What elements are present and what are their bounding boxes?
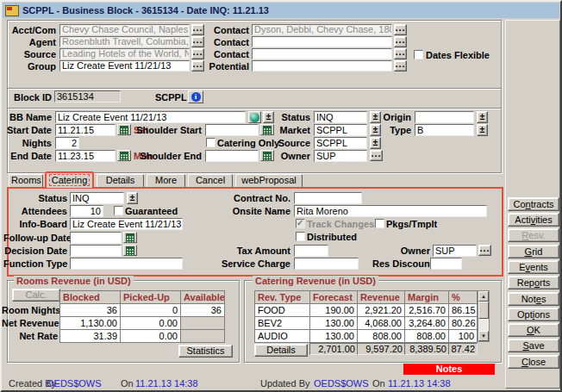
origin-dropdown-button[interactable]: ± bbox=[477, 111, 488, 123]
events-button[interactable]: Events bbox=[508, 260, 559, 274]
followup-date-calendar-button[interactable] bbox=[123, 232, 137, 243]
potential-field[interactable] bbox=[252, 60, 392, 72]
contracts-button[interactable]: Contracts bbox=[508, 197, 559, 211]
followup-date-label: Follow-up Date bbox=[3, 232, 67, 244]
bb-name-field[interactable]: Liz Create Event 11/21/13 bbox=[55, 111, 246, 123]
scroll-up-button[interactable]: ▲ bbox=[478, 291, 489, 302]
contact-3-field[interactable] bbox=[252, 48, 392, 59]
created-by-value: OEDS$OWS bbox=[47, 378, 102, 389]
distributed-checkbox[interactable] bbox=[296, 232, 305, 241]
info-board-field[interactable]: Liz Create Event 11/21/13 bbox=[70, 218, 183, 230]
table-cell: 190.00 bbox=[310, 304, 358, 317]
dropdown-icon: ± bbox=[480, 125, 485, 134]
updated-by-value: OEDS$OWS bbox=[314, 378, 369, 389]
catering-only-checkbox[interactable] bbox=[206, 138, 215, 147]
created-on-value: 11.21.13 14:38 bbox=[135, 378, 198, 389]
table-cell: 36 bbox=[181, 304, 225, 317]
reports-button[interactable]: Reports bbox=[508, 276, 559, 289]
resv-button: Resv. bbox=[508, 228, 559, 242]
table-cell: AUDIO bbox=[255, 330, 310, 343]
catering-status-dropdown-button[interactable]: ± bbox=[127, 192, 138, 204]
nights-field[interactable]: 2 bbox=[55, 137, 79, 149]
followup-date-field[interactable] bbox=[70, 232, 122, 244]
origin-field[interactable] bbox=[415, 111, 474, 123]
table-cell: 808.00 bbox=[358, 330, 405, 343]
onsite-name-field[interactable]: Rita Moreno bbox=[294, 205, 487, 217]
type-dropdown-button[interactable]: ± bbox=[477, 124, 488, 136]
contract-no-field[interactable] bbox=[294, 192, 362, 204]
ok-button[interactable]: OK bbox=[508, 323, 559, 337]
globe-icon bbox=[250, 113, 259, 122]
contact-2-label: Contact bbox=[200, 36, 249, 48]
grid-button[interactable]: Grid bbox=[508, 245, 559, 258]
block-id-label: Block ID bbox=[7, 91, 52, 103]
dates-flexible-checkbox[interactable] bbox=[414, 50, 423, 59]
table-cell: 2,921.20 bbox=[358, 304, 405, 317]
guaranteed-checkbox[interactable] bbox=[114, 206, 123, 215]
tab-more[interactable]: More bbox=[147, 174, 185, 187]
updated-on-label: On bbox=[372, 378, 385, 389]
function-type-field[interactable] bbox=[70, 258, 183, 270]
catering-revenue-scrollbar[interactable]: ▲ ▼ bbox=[478, 290, 490, 342]
scrollbar-thumb[interactable] bbox=[478, 302, 489, 319]
bb-source-dropdown-button[interactable]: ± bbox=[370, 137, 381, 149]
table-cell: 4,068.00 bbox=[358, 317, 405, 330]
shoulder-start-field[interactable] bbox=[205, 124, 259, 136]
attendees-field[interactable]: 10 bbox=[70, 205, 103, 217]
owner-lookup-button[interactable]: ... bbox=[370, 150, 383, 161]
catering-status-field[interactable]: INQ bbox=[70, 192, 124, 204]
catering-owner-lookup-button[interactable]: ... bbox=[478, 245, 491, 256]
table-cell: 3,264.80 bbox=[405, 317, 449, 330]
notes-button[interactable]: Notes bbox=[508, 292, 559, 306]
decision-date-field[interactable] bbox=[70, 245, 122, 257]
pkgs-tmplt-label: Pkgs/Tmplt bbox=[386, 218, 437, 230]
tab-catering[interactable]: Catering bbox=[45, 171, 94, 188]
table-cell: 100 bbox=[449, 330, 478, 343]
shoulder-end-label: Shoulder End bbox=[129, 150, 202, 162]
bb-name-globe-button[interactable] bbox=[248, 111, 261, 123]
catering-owner-field[interactable]: SUP bbox=[433, 245, 477, 257]
decision-date-calendar-button[interactable] bbox=[123, 245, 137, 256]
column-header-blocked: Blocked bbox=[60, 291, 121, 304]
res-discount-field[interactable] bbox=[430, 258, 462, 270]
scroll-down-button[interactable]: ▼ bbox=[478, 331, 489, 341]
tab-cancel[interactable]: Cancel bbox=[188, 174, 233, 187]
service-charge-field[interactable] bbox=[294, 258, 359, 270]
tab-webproposal[interactable]: webProposal bbox=[235, 174, 303, 187]
end-date-field[interactable]: 11.23.15 bbox=[55, 150, 116, 162]
status-label: Status bbox=[269, 111, 310, 123]
start-date-field[interactable]: 11.21.15 bbox=[55, 124, 116, 136]
notes-badge[interactable]: Notes bbox=[403, 364, 495, 375]
activities-button[interactable]: Activities bbox=[508, 213, 559, 227]
type-field[interactable]: B bbox=[415, 124, 474, 136]
pkgs-tmplt-checkbox[interactable] bbox=[375, 219, 384, 228]
potential-label: Potential bbox=[200, 60, 249, 72]
updated-on-value: 11.21.13 14:38 bbox=[388, 378, 451, 389]
table-cell: 0.00 bbox=[121, 330, 181, 343]
catering-owner-label: Owner bbox=[381, 245, 430, 257]
save-button[interactable]: Save bbox=[508, 339, 559, 352]
bb-source-field[interactable]: SCPPL bbox=[314, 137, 367, 149]
column-header-picked-up: Picked-Up bbox=[121, 291, 181, 304]
forecast-total-cell: 2,701.00 bbox=[309, 343, 358, 355]
ellipsis-icon: ... bbox=[395, 22, 405, 33]
status-field[interactable]: INQ bbox=[314, 111, 367, 123]
shoulder-end-field[interactable] bbox=[205, 150, 259, 162]
table-cell: 2,516.70 bbox=[405, 304, 449, 317]
tab-rooms[interactable]: Rooms bbox=[9, 174, 43, 187]
table-cell: 130.00 bbox=[310, 317, 358, 330]
owner-field[interactable]: SUP bbox=[314, 150, 367, 162]
close-button[interactable]: Close bbox=[508, 355, 559, 369]
tax-amount-field[interactable] bbox=[294, 245, 328, 257]
group-field[interactable]: Liz Create Event 11/21/13 bbox=[59, 60, 190, 72]
options-button[interactable]: Options bbox=[508, 308, 559, 321]
distributed-label: Distributed bbox=[307, 231, 357, 243]
contact-2-field[interactable] bbox=[252, 36, 392, 47]
market-field[interactable]: SCPPL bbox=[314, 124, 367, 136]
potential-lookup-button[interactable]: ... bbox=[394, 60, 407, 72]
rooms-revenue-title: Rooms Revenue (in USD) bbox=[14, 276, 134, 286]
scppl-info-button[interactable]: i bbox=[188, 90, 203, 103]
details-button[interactable]: Details bbox=[254, 344, 308, 357]
statistics-button[interactable]: Statistics bbox=[178, 345, 233, 358]
tab-details[interactable]: Details bbox=[97, 174, 144, 187]
